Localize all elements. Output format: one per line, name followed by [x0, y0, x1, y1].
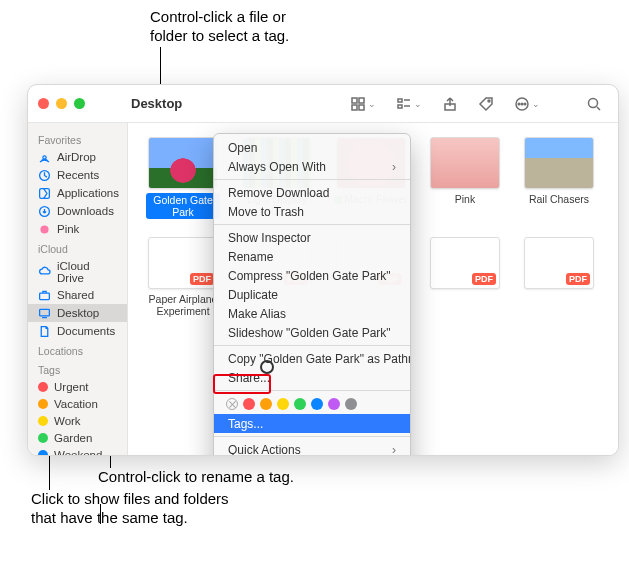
view-icons-button[interactable]: ⌄ — [344, 96, 382, 112]
tag-color-swatch[interactable] — [277, 398, 289, 410]
tags-button[interactable] — [472, 96, 500, 112]
sidebar-item-label: Vacation — [54, 398, 98, 410]
pdf-badge-icon: PDF — [472, 273, 496, 285]
sidebar-item-vacation[interactable]: Vacation — [28, 395, 127, 412]
search-button[interactable] — [580, 96, 608, 112]
sidebar-item-label: Desktop — [57, 307, 99, 319]
file-thumbnail — [430, 137, 500, 189]
svg-point-20 — [40, 225, 48, 233]
nav-forward-button[interactable] — [113, 95, 119, 112]
annotation-rename: Control-click to rename a tag. — [98, 468, 294, 487]
file-item[interactable]: Rail Chasers — [522, 137, 596, 219]
titlebar: Desktop ⌄ ⌄ ⌄ — [28, 85, 618, 123]
clear-tag-icon[interactable] — [226, 398, 238, 410]
file-item[interactable]: PDF — [522, 237, 596, 317]
sidebar-item-label: Applications — [57, 187, 119, 199]
sidebar-item-applications[interactable]: Applications — [28, 184, 127, 202]
apps-icon — [38, 187, 51, 200]
sidebar-item-label: Shared — [57, 289, 94, 301]
sidebar-item-garden[interactable]: Garden — [28, 429, 127, 446]
menu-item-label: Duplicate — [228, 288, 278, 302]
sidebar-section-header: iCloud — [28, 238, 127, 257]
menu-item-move-to-trash[interactable]: Move to Trash — [214, 202, 410, 221]
menu-item-label: Remove Download — [228, 186, 329, 200]
tag-color-swatch[interactable] — [294, 398, 306, 410]
file-thumbnail: PDF — [524, 237, 594, 289]
annotation-show: Click to show files and folders that hav… — [31, 490, 229, 528]
context-menu: OpenAlways Open With›Remove DownloadMove… — [213, 133, 411, 455]
sidebar-item-pink[interactable]: Pink — [28, 220, 127, 238]
file-item[interactable]: Pink — [428, 137, 502, 219]
sidebar-item-label: iCloud Drive — [57, 260, 117, 284]
sidebar-item-urgent[interactable]: Urgent — [28, 378, 127, 395]
sidebar-item-label: Pink — [57, 223, 79, 235]
sidebar-item-work[interactable]: Work — [28, 412, 127, 429]
close-window-button[interactable] — [38, 98, 49, 109]
action-button[interactable]: ⌄ — [508, 96, 546, 112]
submenu-chevron-icon: › — [392, 160, 396, 174]
menu-item-label: Slideshow "Golden Gate Park" — [228, 326, 391, 340]
tag-selection-ring — [260, 360, 274, 374]
sidebar-item-label: Garden — [54, 432, 92, 444]
file-label: Golden Gate Park — [146, 193, 220, 219]
menu-item-label: Show Inspector — [228, 231, 311, 245]
finder-window: Desktop ⌄ ⌄ ⌄ FavoritesAirDropRecentsApp… — [27, 84, 619, 456]
sidebar-item-icloud-drive[interactable]: iCloud Drive — [28, 257, 127, 286]
menu-item-rename[interactable]: Rename — [214, 247, 410, 266]
pdf-badge-icon: PDF — [190, 273, 214, 285]
clock-icon — [38, 169, 51, 182]
cloud-icon — [38, 265, 51, 278]
sidebar-section-header: Favorites — [28, 129, 127, 148]
menu-item-label: Tags... — [228, 417, 263, 431]
menu-item-slideshow-golden-gate-park[interactable]: Slideshow "Golden Gate Park" — [214, 323, 410, 342]
sidebar-item-airdrop[interactable]: AirDrop — [28, 148, 127, 166]
sidebar-item-shared[interactable]: Shared — [28, 286, 127, 304]
menu-item-quick-actions[interactable]: Quick Actions› — [214, 440, 410, 455]
share-button[interactable] — [436, 96, 464, 112]
tag-color-swatch[interactable] — [243, 398, 255, 410]
file-item[interactable]: PDF — [428, 237, 502, 317]
svg-point-11 — [518, 103, 520, 105]
tag-color-swatch[interactable] — [328, 398, 340, 410]
tag-dot-icon — [38, 416, 48, 426]
menu-item-remove-download[interactable]: Remove Download — [214, 183, 410, 202]
sidebar-item-label: Weekend — [54, 449, 102, 456]
sidebar-item-label: Downloads — [57, 205, 114, 217]
menu-item-make-alias[interactable]: Make Alias — [214, 304, 410, 323]
menu-item-always-open-with[interactable]: Always Open With› — [214, 157, 410, 176]
menu-item-copy-golden-gate-park-as-pathname[interactable]: Copy "Golden Gate Park" as Pathname — [214, 349, 410, 368]
file-item[interactable]: PDFPaper Airplane Experiment — [146, 237, 220, 317]
menu-item-label: Compress "Golden Gate Park" — [228, 269, 391, 283]
menu-item-label: Rename — [228, 250, 273, 264]
menu-item-label: Copy "Golden Gate Park" as Pathname — [228, 352, 410, 366]
menu-item-duplicate[interactable]: Duplicate — [214, 285, 410, 304]
menu-item-open[interactable]: Open — [214, 138, 410, 157]
menu-item-tags[interactable]: Tags... — [214, 414, 410, 433]
menu-item-compress-golden-gate-park[interactable]: Compress "Golden Gate Park" — [214, 266, 410, 285]
pdf-badge-icon: PDF — [566, 273, 590, 285]
menu-item-label: Open — [228, 141, 257, 155]
tag-color-swatch[interactable] — [345, 398, 357, 410]
file-item[interactable]: Golden Gate Park — [146, 137, 220, 219]
menu-item-show-inspector[interactable]: Show Inspector — [214, 228, 410, 247]
annotation-top: Control-click a file or folder to select… — [150, 8, 289, 46]
sidebar-item-recents[interactable]: Recents — [28, 166, 127, 184]
tag-color-swatch[interactable] — [311, 398, 323, 410]
menu-separator — [214, 345, 410, 346]
tag-color-swatch[interactable] — [260, 398, 272, 410]
sidebar-item-documents[interactable]: Documents — [28, 322, 127, 340]
zoom-window-button[interactable] — [74, 98, 85, 109]
nav-back-button[interactable] — [99, 95, 105, 112]
group-button[interactable]: ⌄ — [390, 96, 428, 112]
sidebar-item-desktop[interactable]: Desktop — [28, 304, 127, 322]
content-area: Golden Gate ParkLight Display 03Macro Fl… — [128, 123, 618, 455]
sidebar-item-downloads[interactable]: Downloads — [28, 202, 127, 220]
menu-separator — [214, 179, 410, 180]
sidebar-item-weekend[interactable]: Weekend — [28, 446, 127, 455]
tag-dot-icon — [38, 399, 48, 409]
svg-point-14 — [589, 98, 598, 107]
sidebar: FavoritesAirDropRecentsApplicationsDownl… — [28, 123, 128, 455]
sidebar-item-label: Documents — [57, 325, 115, 337]
minimize-window-button[interactable] — [56, 98, 67, 109]
window-title: Desktop — [131, 96, 182, 111]
